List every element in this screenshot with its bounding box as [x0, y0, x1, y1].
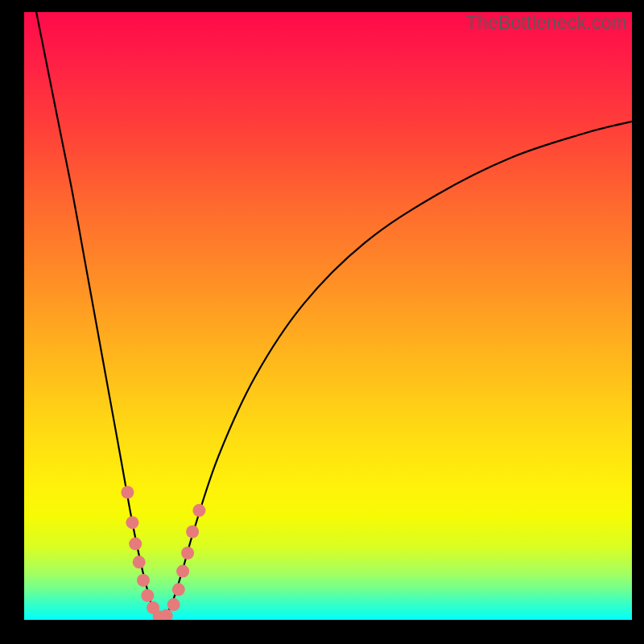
data-marker	[186, 526, 199, 539]
data-marker	[181, 547, 194, 559]
data-marker	[129, 538, 142, 551]
data-marker	[137, 574, 150, 587]
data-marker	[167, 598, 180, 611]
plot-area: TheBottleneck.com	[24, 12, 632, 620]
data-marker	[160, 609, 173, 620]
data-marker	[121, 486, 134, 499]
data-marker	[176, 565, 189, 578]
bottleneck-curve	[36, 12, 632, 620]
data-marker	[141, 589, 154, 602]
data-marker	[133, 555, 146, 568]
data-marker	[126, 516, 138, 529]
data-marker	[192, 504, 205, 517]
chart-frame: TheBottleneck.com	[0, 0, 644, 644]
data-marker	[172, 583, 185, 596]
markers-group	[121, 486, 205, 621]
chart-svg	[24, 12, 632, 620]
